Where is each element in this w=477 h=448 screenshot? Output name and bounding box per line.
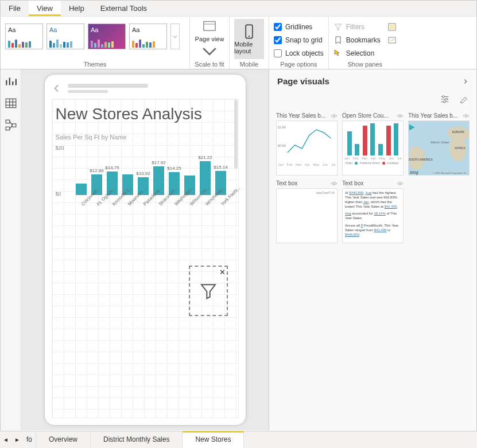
svg-point-3 <box>249 36 250 37</box>
sliders-icon[interactable] <box>440 94 450 104</box>
group-label-page-options: Page options <box>274 60 324 68</box>
svg-point-15 <box>445 98 448 100</box>
data-view-button[interactable] <box>5 97 17 110</box>
visual-tile-textbox-2[interactable]: Text box At $440,800, Aug had the highes… <box>342 180 404 243</box>
theme-thumb-4[interactable]: Aa <box>129 24 167 49</box>
page-tab-overview[interactable]: Overview <box>36 431 91 448</box>
svg-rect-11 <box>6 120 10 123</box>
selection-pane-button[interactable]: Selection <box>333 48 381 59</box>
visible-icon[interactable] <box>331 112 338 119</box>
group-label-show-panes: Show panes <box>333 60 397 68</box>
eraser-icon[interactable] <box>458 94 468 104</box>
gridlines-checkbox[interactable]: Gridlines <box>274 21 324 33</box>
svg-rect-12 <box>12 124 16 127</box>
page-visuals-panel: Page visuals This Year Sales b... $1.0M … <box>269 69 476 430</box>
visual-tile-line[interactable]: This Year Sales b... $1.0M $0.5M JanFebM… <box>276 112 338 176</box>
visible-icon[interactable] <box>397 112 404 119</box>
theme-thumb-3[interactable]: Aa <box>88 24 126 49</box>
visible-icon[interactable] <box>331 180 338 187</box>
slicer-icon <box>387 22 397 32</box>
play-icon <box>408 123 416 131</box>
menu-view[interactable]: View <box>29 1 61 16</box>
visible-icon[interactable] <box>463 112 470 119</box>
svg-point-21 <box>400 183 401 185</box>
sync-slicers-button[interactable] <box>387 21 397 33</box>
menu-external-tools[interactable]: External Tools <box>92 1 155 16</box>
lock-objects-checkbox[interactable]: Lock objects <box>274 48 324 59</box>
funnel-icon <box>199 282 218 300</box>
panel-title: Page visuals <box>277 76 329 86</box>
phone-frame: New Stores Analysis Sales Per Sq Ft by N… <box>44 74 246 426</box>
page-tab-district[interactable]: District Monthly Sales <box>91 431 183 448</box>
performance-button[interactable] <box>387 34 397 46</box>
visual-tile-textbox-1[interactable]: Text box obsOne® AI <box>276 180 338 243</box>
svg-rect-13 <box>6 127 10 130</box>
filters-pane-button[interactable]: Filters <box>333 21 381 33</box>
tab-nav-next[interactable]: ► <box>11 431 23 448</box>
visible-icon[interactable] <box>397 180 404 187</box>
mobile-layout-button[interactable]: Mobile layout <box>234 19 264 59</box>
chevron-right-icon[interactable] <box>463 79 468 84</box>
phone-back-icon[interactable] <box>52 83 62 94</box>
svg-point-14 <box>443 96 445 98</box>
page-tab-new-stores[interactable]: New Stores <box>183 431 244 448</box>
svg-point-16 <box>443 101 445 103</box>
svg-point-20 <box>333 183 335 185</box>
page-tabs: ◄ ► fo Overview District Monthly Sales N… <box>0 431 477 448</box>
menu-help[interactable]: Help <box>61 1 92 16</box>
menu-bar: File View Help External Tools <box>1 1 476 17</box>
visual-tile-map[interactable]: This Year Sales b... EUROPE AFRICA SOUTH… <box>408 112 470 176</box>
group-label-scale: Scale to fit <box>195 60 224 68</box>
model-view-button[interactable] <box>5 119 17 131</box>
menu-file[interactable]: File <box>1 1 29 16</box>
left-nav-rail <box>1 69 21 430</box>
visual-tile-clustered-bar[interactable]: Open Store Cou... JanFebMarAprMayJunJul … <box>342 112 404 176</box>
themes-dropdown[interactable] <box>170 24 180 49</box>
phone-layout-grid[interactable]: New Stores Analysis Sales Per Sq Ft by N… <box>52 99 239 418</box>
page-view-button[interactable]: Page view <box>195 19 224 59</box>
selection-icon <box>333 49 343 58</box>
svg-point-17 <box>333 115 335 117</box>
svg-point-18 <box>400 115 401 117</box>
bookmark-icon <box>333 36 343 45</box>
ribbon: Aa Aa Aa Aa <box>1 17 476 69</box>
theme-thumb-1[interactable]: Aa <box>5 24 43 49</box>
svg-rect-0 <box>204 22 215 31</box>
mobile-canvas: New Stores Analysis Sales Per Sq Ft by N… <box>21 69 269 430</box>
y-axis: $20 $0 <box>56 145 64 197</box>
svg-rect-6 <box>6 99 16 107</box>
chart-subtitle: Sales Per Sq Ft by Name <box>56 134 235 141</box>
chevron-down-icon <box>201 44 218 59</box>
page-tab-partial[interactable]: fo <box>23 431 36 448</box>
filter-visual-placeholder[interactable]: ✕ <box>189 266 228 316</box>
theme-thumb-2[interactable]: Aa <box>46 24 84 49</box>
svg-point-19 <box>466 115 467 117</box>
perf-icon <box>387 36 397 45</box>
close-icon[interactable]: ✕ <box>219 268 226 276</box>
group-label-themes: Themes <box>5 60 185 68</box>
filter-icon <box>333 22 343 32</box>
tab-nav-prev[interactable]: ◄ <box>0 431 11 448</box>
group-label-mobile: Mobile <box>234 60 264 68</box>
bar-chart[interactable]: $20 $0 Cincinnati...$12.86Ft. Ogleth...$… <box>56 145 235 208</box>
snap-to-grid-checkbox[interactable]: Snap to grid <box>274 34 324 46</box>
report-title: New Stores Analysis <box>56 105 235 123</box>
report-view-button[interactable] <box>5 75 17 88</box>
bookmarks-pane-button[interactable]: Bookmarks <box>333 34 381 46</box>
